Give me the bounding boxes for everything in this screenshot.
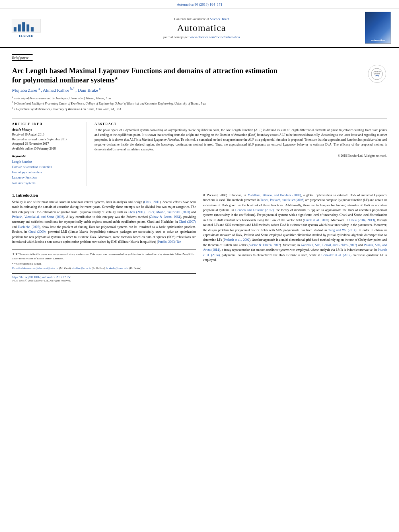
- body-two-col: 1. Introduction Stability is one of the …: [12, 191, 387, 283]
- sciencedirect-link[interactable]: ScienceDirect: [210, 17, 229, 21]
- svg-rect-1: [14, 27, 16, 31]
- introduction-heading: 1. Introduction: [12, 193, 196, 197]
- paper-title: Arc Length based Maximal Lyapunov Functi…: [12, 66, 286, 84]
- journal-homepage-link[interactable]: www.elsevier.com/locate/automatica: [189, 35, 240, 39]
- article-info-abstract-section: ARTICLE INFO Article history: Received 1…: [12, 119, 387, 186]
- accepted-date: Accepted 28 November 2017: [12, 142, 81, 146]
- footnote-star: ★ ★ The material in this paper was not p…: [12, 252, 196, 261]
- doi-link[interactable]: https://doi.org/10.1016/j.automatica.201…: [12, 275, 196, 279]
- issn-text: 0005-1098/© 2018 Elsevier Ltd. All right…: [12, 279, 196, 282]
- check-updates-badge[interactable]: Check for updates: [368, 65, 386, 83]
- journal-reference-bar: Automatica 90 (2018) 164–171: [0, 0, 399, 8]
- affiliation-b: b b Control and Intelligent Processing C…: [12, 100, 363, 106]
- paper-title-area: Arc Length based Maximal Lyapunov Functi…: [12, 63, 387, 115]
- journal-title-area: Contents lists available at ScienceDirec…: [48, 12, 355, 44]
- online-date: Available online 15 February 2018: [12, 146, 81, 151]
- doi-section: https://doi.org/10.1016/j.automatica.201…: [12, 273, 196, 282]
- abstract-text: In the phase space of a dynamical system…: [95, 128, 387, 152]
- received-date: Received 19 August 2016: [12, 132, 81, 137]
- svg-rect-5: [31, 27, 34, 31]
- history-label: Article history:: [12, 128, 81, 131]
- keyword-4: Lyapunov Function: [12, 175, 81, 180]
- revised-date: Received in revised form 5 September 201…: [12, 137, 81, 142]
- abstract-heading: ABSTRACT: [95, 122, 387, 126]
- svg-text:updates: updates: [374, 73, 380, 75]
- keywords-label: Keywords:: [12, 154, 81, 158]
- svg-rect-4: [27, 24, 29, 31]
- svg-rect-2: [18, 24, 21, 31]
- authors-line: Mojtaba Zarei a , Ahmad Kalhor b,* , Dan…: [12, 87, 363, 92]
- keywords-section: Keywords: Length function Domain of attr…: [12, 154, 81, 186]
- copyright-text: © 2018 Elsevier Ltd. All rights reserved…: [95, 154, 387, 158]
- elsevier-logo-icon: ELSEVIER: [10, 17, 42, 39]
- affiliation-c: c c Department of Mathematics, Universit…: [12, 106, 363, 111]
- publisher-logo-area: ELSEVIER: [8, 12, 44, 44]
- journal-title-text: Automatica: [177, 23, 226, 33]
- keyword-5: Nonlinear systems: [12, 181, 81, 186]
- automatica-cover-image: automatica: [365, 12, 391, 44]
- footnote-emails: E-mail addresses: mojtaba.zarei@ut.ac.ir…: [12, 266, 196, 271]
- left-column: 1. Introduction Stability is one of the …: [12, 193, 196, 283]
- journal-header: ELSEVIER Contents lists available at Sci…: [0, 8, 399, 48]
- svg-text:ELSEVIER: ELSEVIER: [19, 34, 33, 37]
- paper-type-label: Brief paper: [12, 54, 387, 63]
- main-content-area: Brief paper Arc Length based Maximal Lya…: [0, 48, 399, 282]
- article-info-column: ARTICLE INFO Article history: Received 1…: [12, 122, 86, 186]
- right-column: & Packard, 2008). Likewise, in Matallana…: [203, 193, 387, 283]
- keyword-3: Homotopy continuation: [12, 170, 81, 175]
- homepage-text: journal homepage: www.elsevier.com/locat…: [163, 35, 240, 39]
- abstract-column: ABSTRACT In the phase space of a dynamic…: [95, 122, 387, 186]
- article-info-heading: ARTICLE INFO: [12, 122, 81, 126]
- affiliations-text: a a Faculty of New Sciences and Technolo…: [12, 95, 363, 111]
- affiliation-a: a a Faculty of New Sciences and Technolo…: [12, 95, 363, 101]
- keyword-2: Domain of attraction estimation: [12, 164, 81, 170]
- footnotes-section: ★ ★ The material in this paper was not p…: [12, 249, 196, 270]
- right-col-text: & Packard, 2008). Likewise, in Matallana…: [203, 193, 387, 263]
- check-updates-icon: Check for updates: [371, 68, 383, 80]
- contents-available-text: Contents lists available at ScienceDirec…: [174, 17, 229, 21]
- journal-volume-text: Automatica 90 (2018) 164–171: [177, 2, 222, 6]
- journal-cover-area: automatica: [359, 12, 391, 44]
- keyword-1: Length function: [12, 159, 81, 164]
- footnote-corresponding: * * Corresponding author.: [12, 262, 196, 266]
- svg-rect-3: [22, 22, 25, 31]
- article-history-section: Article history: Received 19 August 2016…: [12, 128, 81, 151]
- cover-journal-name: automatica: [371, 39, 385, 42]
- introduction-text: Stability is one of the most crucial iss…: [12, 200, 196, 245]
